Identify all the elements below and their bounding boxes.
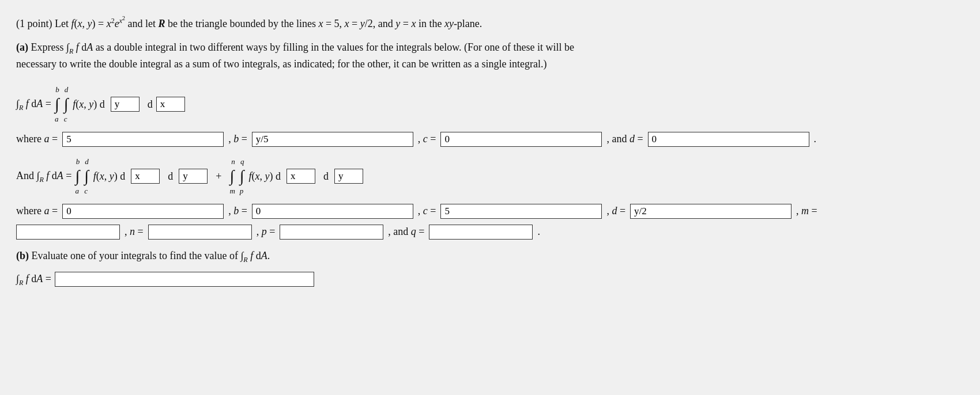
m-label: , m = xyxy=(796,205,817,217)
where-row-1: where a = , b = , c = , and d = . xyxy=(16,132,964,147)
integral1-outer: b ∫ a xyxy=(55,83,61,126)
part-a-description: (a) Express ∫R f dA as a double integral… xyxy=(16,40,964,73)
integral2-lhs: And ∫R f dA = xyxy=(16,166,71,186)
integral1-d2-label: d xyxy=(148,95,153,113)
part-b-lhs: ∫R f dA = xyxy=(16,269,51,289)
n-input[interactable] xyxy=(148,225,252,240)
d-label1: , and d = xyxy=(606,133,643,145)
m-input[interactable] xyxy=(16,225,120,240)
where-row-2: where a = , b = , c = , d = , m = xyxy=(16,204,964,219)
integral2-d1-input[interactable] xyxy=(131,169,160,184)
problem-header: (1 point) Let f(x, y) = x2ex2 and let R … xyxy=(16,14,964,32)
integral2-integrand1: f(x, y) d xyxy=(93,167,126,185)
c-label1: , c = xyxy=(418,133,436,145)
c1-input[interactable] xyxy=(440,132,602,147)
p-input[interactable] xyxy=(280,225,383,240)
period2: . xyxy=(537,226,540,238)
a2-input[interactable] xyxy=(62,204,224,219)
part-b-description: (b) Evaluate one of your integrals to fi… xyxy=(16,250,964,264)
integral2-outer: b ∫ a xyxy=(75,155,81,198)
where-a-label1: where a = xyxy=(16,133,58,145)
part-b-answer-input[interactable] xyxy=(55,272,314,287)
period1: . xyxy=(814,133,817,145)
b2-input[interactable] xyxy=(252,204,413,219)
mnpq-row: , n = , p = , and q = . xyxy=(16,225,964,240)
n-label: , n = xyxy=(125,226,144,238)
p-label: , p = xyxy=(257,226,276,238)
integral2-d3-input[interactable] xyxy=(287,169,315,184)
integral1-d1-input[interactable] xyxy=(111,97,140,112)
c2-input[interactable] xyxy=(440,204,602,219)
integral2-inner2: q ∫ p xyxy=(240,155,246,198)
integral2-d4-input[interactable] xyxy=(334,169,363,184)
b-label2: , b = xyxy=(228,205,247,217)
b-label1: , b = xyxy=(228,133,247,145)
where-a-label2: where a = xyxy=(16,205,58,217)
integral2-inner: d ∫ c xyxy=(84,155,90,198)
integral2-d2-label: d xyxy=(168,167,173,185)
plus-sign: + xyxy=(216,167,221,185)
c-label2: , c = xyxy=(418,205,436,217)
integral1-d2-input[interactable] xyxy=(156,97,185,112)
integral2-d4-label: d xyxy=(323,167,329,185)
integral2-row: And ∫R f dA = b ∫ a d ∫ c f(x, y) d d + … xyxy=(16,155,964,198)
part-b-section: (b) Evaluate one of your integrals to fi… xyxy=(16,250,964,290)
integral1-row: ∫R f dA = b ∫ a d ∫ c f(x, y) d d xyxy=(16,83,964,126)
integral1-lhs: ∫R f dA = xyxy=(16,94,51,114)
d2-input[interactable] xyxy=(630,204,791,219)
q-input[interactable] xyxy=(429,225,533,240)
d1-input[interactable] xyxy=(648,132,809,147)
d-label2: , d = xyxy=(606,205,625,217)
b1-input[interactable] xyxy=(252,132,413,147)
and-q-label: , and q = xyxy=(388,226,424,238)
integral2-outer2: n ∫ m xyxy=(229,155,236,198)
a1-input[interactable] xyxy=(62,132,224,147)
integral2-d2-input[interactable] xyxy=(179,169,208,184)
integral2-integrand2: f(x, y) d xyxy=(249,167,281,185)
integral1-inner: d ∫ c xyxy=(64,83,70,126)
part-b-answer-row: ∫R f dA = xyxy=(16,269,964,289)
integral1-integrand: f(x, y) d xyxy=(73,95,105,113)
